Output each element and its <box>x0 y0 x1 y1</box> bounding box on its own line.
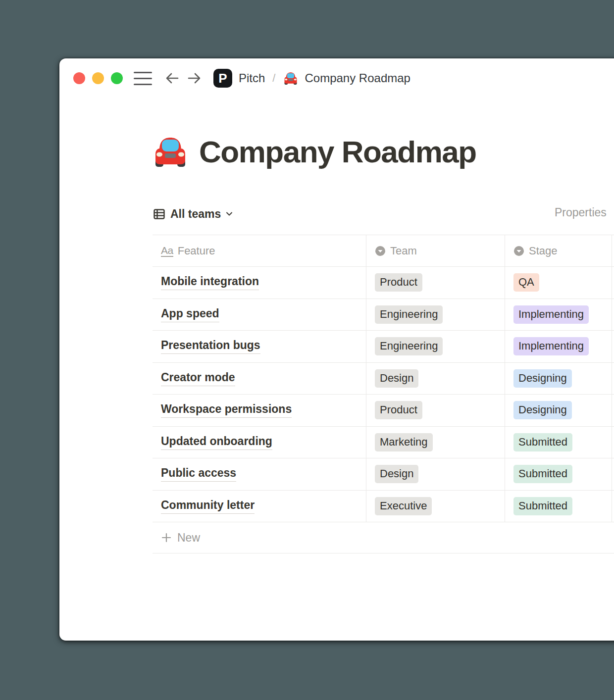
feature-title: Creator mode <box>161 371 235 386</box>
table-cell-stage[interactable]: QA <box>505 266 612 299</box>
table-row-feature[interactable]: Mobile integration <box>153 266 366 299</box>
feature-title: Community letter <box>161 499 255 514</box>
column-header-team[interactable]: Team <box>366 235 505 266</box>
stage-badge: Submitted <box>513 433 572 451</box>
table-cell-empty <box>612 458 614 490</box>
table-view-icon <box>153 207 166 221</box>
view-name: All teams <box>170 207 221 221</box>
stage-badge: Submitted <box>513 497 572 515</box>
team-badge: Marketing <box>375 433 433 451</box>
view-switcher[interactable]: All teams <box>153 207 233 221</box>
column-label: Stage <box>529 245 558 257</box>
back-arrow-icon[interactable] <box>164 70 181 87</box>
select-property-icon <box>375 246 386 256</box>
car-icon <box>283 71 298 86</box>
table-cell-team[interactable]: Product <box>366 394 505 426</box>
pitch-logo[interactable]: P <box>213 69 232 88</box>
window-zoom-button[interactable] <box>111 72 123 84</box>
view-toolbar: All teams Properties <box>153 204 614 224</box>
desktop-background: { "titlebar": { "app_logo_letter": "P", … <box>0 0 614 700</box>
table-cell-empty <box>612 299 614 331</box>
table-row-feature[interactable]: Community letter <box>153 490 366 522</box>
table-cell-team[interactable]: Engineering <box>366 330 505 362</box>
column-label: Feature <box>178 245 215 257</box>
forward-arrow-icon[interactable] <box>186 70 203 87</box>
table-cell-empty <box>612 490 614 522</box>
window-minimize-button[interactable] <box>92 72 104 84</box>
feature-title: App speed <box>161 307 219 322</box>
feature-title: Public access <box>161 466 236 482</box>
stage-badge: Designing <box>513 369 572 388</box>
team-badge: Design <box>375 465 418 483</box>
table-row-feature[interactable]: Updated onboarding <box>153 426 366 458</box>
table-cell-stage[interactable]: Submitted <box>505 426 612 458</box>
stage-badge: Implementing <box>513 305 589 324</box>
app-window: P Pitch / Company Roadmap <box>59 58 614 641</box>
column-header-feature[interactable]: Aa Feature <box>153 235 366 266</box>
properties-button[interactable]: Properties <box>555 206 607 219</box>
page-title[interactable]: Company Roadmap <box>153 134 476 169</box>
team-badge: Design <box>375 369 418 388</box>
select-property-icon <box>513 246 524 256</box>
column-header-trailing <box>612 235 614 266</box>
breadcrumb-page-title[interactable]: Company Roadmap <box>305 71 410 85</box>
table-cell-empty <box>612 362 614 395</box>
team-badge: Product <box>375 273 422 292</box>
titlebar: P Pitch / Company Roadmap <box>73 69 410 87</box>
table-row-feature[interactable]: Presentation bugs <box>153 330 366 362</box>
new-row-label: New <box>177 531 200 545</box>
stage-badge: Designing <box>513 401 572 419</box>
stage-badge: Submitted <box>513 465 572 483</box>
roadmap-table: Aa Feature Team Stage Mobile integ <box>153 235 614 553</box>
stage-badge: QA <box>513 273 539 292</box>
stage-badge: Implementing <box>513 337 589 355</box>
table-cell-stage[interactable]: Submitted <box>505 458 612 490</box>
table-row-feature[interactable]: App speed <box>153 299 366 331</box>
table-cell-team[interactable]: Design <box>366 362 505 395</box>
table-row-feature[interactable]: Workspace permissions <box>153 394 366 426</box>
feature-title: Workspace permissions <box>161 402 292 418</box>
table-row-feature[interactable]: Creator mode <box>153 362 366 395</box>
table-row-feature[interactable]: Public access <box>153 458 366 490</box>
team-badge: Product <box>375 401 422 419</box>
text-property-icon: Aa <box>161 245 173 257</box>
table-cell-empty <box>612 330 614 362</box>
table-cell-team[interactable]: Marketing <box>366 426 505 458</box>
feature-title: Updated onboarding <box>161 435 272 450</box>
team-badge: Engineering <box>375 305 443 324</box>
table-cell-team[interactable]: Executive <box>366 490 505 522</box>
table-cell-team[interactable]: Product <box>366 266 505 299</box>
table-cell-empty <box>612 426 614 458</box>
table-cell-stage[interactable]: Designing <box>505 362 612 395</box>
chevron-down-icon <box>225 210 233 218</box>
window-close-button[interactable] <box>73 72 85 84</box>
table-cell-team[interactable]: Design <box>366 458 505 490</box>
column-header-stage[interactable]: Stage <box>505 235 612 266</box>
table-cell-stage[interactable]: Designing <box>505 394 612 426</box>
breadcrumb-app-name[interactable]: Pitch <box>239 71 265 85</box>
page-title-text: Company Roadmap <box>199 134 476 169</box>
team-badge: Executive <box>375 497 432 515</box>
plus-icon <box>161 532 172 543</box>
table-cell-team[interactable]: Engineering <box>366 299 505 331</box>
new-row-button[interactable]: New <box>153 522 614 553</box>
team-badge: Engineering <box>375 337 443 355</box>
car-icon <box>153 134 188 169</box>
table-cell-empty <box>612 394 614 426</box>
menu-icon[interactable] <box>134 72 152 85</box>
column-label: Team <box>390 245 417 257</box>
table-cell-stage[interactable]: Submitted <box>505 490 612 522</box>
table-cell-stage[interactable]: Implementing <box>505 299 612 331</box>
feature-title: Mobile integration <box>161 275 259 290</box>
feature-title: Presentation bugs <box>161 339 260 354</box>
table-cell-stage[interactable]: Implementing <box>505 330 612 362</box>
table-cell-empty <box>612 266 614 299</box>
breadcrumb-separator: / <box>272 72 275 85</box>
